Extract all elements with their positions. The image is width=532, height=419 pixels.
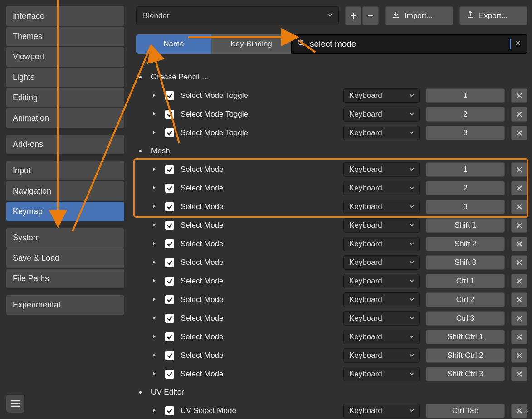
keymap-item-enabled-checkbox[interactable] [165, 406, 174, 415]
preset-add-button[interactable] [345, 6, 361, 25]
keymap-item-device-select[interactable]: Keyboard [343, 404, 420, 418]
sidebar-item-themes[interactable]: Themes [6, 27, 124, 46]
keymap-item-device-select[interactable]: Keyboard [343, 218, 420, 233]
disclosure-triangle-icon[interactable] [151, 202, 160, 211]
keymap-item-key-button[interactable]: Shift Ctrl 2 [426, 348, 505, 363]
disclosure-triangle-icon[interactable] [151, 221, 160, 230]
keymap-item-device-select[interactable]: Keyboard [343, 311, 420, 326]
disclosure-triangle-icon[interactable] [151, 258, 160, 267]
keymap-item-enabled-checkbox[interactable] [165, 165, 174, 174]
keymap-item-enabled-checkbox[interactable] [165, 295, 174, 304]
keymap-item-key-button[interactable]: 2 [426, 181, 505, 195]
sidebar-item-keymap[interactable]: Keymap [6, 202, 124, 221]
keymap-item-device-select[interactable]: Keyboard [343, 255, 420, 270]
keymap-search-field[interactable] [291, 34, 527, 54]
disclosure-triangle-icon[interactable] [151, 295, 160, 304]
sidebar-item-input[interactable]: Input [6, 161, 124, 180]
disclosure-triangle-icon[interactable] [151, 239, 160, 248]
disclosure-triangle-icon[interactable] [151, 314, 160, 323]
keymap-item-key-button[interactable]: 1 [426, 162, 505, 177]
keymap-item-device-select[interactable]: Keyboard [343, 181, 420, 195]
disclosure-triangle-icon[interactable] [151, 332, 160, 341]
keymap-item-enabled-checkbox[interactable] [165, 91, 174, 100]
keymap-item-key-button[interactable]: 1 [426, 88, 505, 103]
keymap-item-enabled-checkbox[interactable] [165, 110, 174, 119]
sidebar-item-system[interactable]: System [6, 228, 124, 248]
search-tab-keybinding[interactable]: Key-Binding [211, 34, 291, 54]
keymap-item-remove-button[interactable] [511, 218, 527, 233]
keymap-export-button[interactable]: Export... [459, 6, 527, 25]
keymap-item-key-button[interactable]: Ctrl 1 [426, 274, 505, 288]
keymap-item-remove-button[interactable] [511, 255, 527, 270]
sidebar-item-interface[interactable]: Interface [6, 6, 124, 26]
keymap-item-enabled-checkbox[interactable] [165, 202, 174, 211]
keymap-item-key-button[interactable]: Shift Ctrl 3 [426, 367, 505, 381]
keymap-group-header[interactable]: •UV Editor [136, 383, 527, 401]
keymap-search-input[interactable] [310, 39, 510, 49]
keymap-item-device-select[interactable]: Keyboard [343, 330, 420, 344]
keymap-item-key-button[interactable]: Shift 2 [426, 237, 505, 251]
keymap-item-device-select[interactable]: Keyboard [343, 107, 420, 122]
keymap-item-remove-button[interactable] [511, 367, 527, 381]
keymap-item-key-button[interactable]: Ctrl 2 [426, 292, 505, 307]
keymap-item-key-button[interactable]: 2 [426, 107, 505, 122]
keymap-item-enabled-checkbox[interactable] [165, 370, 174, 379]
keymap-item-device-select[interactable]: Keyboard [343, 348, 420, 363]
keymap-item-key-button[interactable]: 3 [426, 126, 505, 140]
keymap-item-enabled-checkbox[interactable] [165, 184, 174, 193]
keymap-item-remove-button[interactable] [511, 330, 527, 344]
disclosure-triangle-icon[interactable] [151, 351, 160, 360]
keymap-item-key-button[interactable]: Shift 3 [426, 255, 505, 270]
keymap-item-remove-button[interactable] [511, 200, 527, 214]
keymap-item-device-select[interactable]: Keyboard [343, 237, 420, 251]
clear-search-icon[interactable] [514, 39, 522, 49]
keymap-item-device-select[interactable]: Keyboard [343, 292, 420, 307]
keymap-item-key-button[interactable]: Shift Ctrl 1 [426, 330, 505, 344]
disclosure-triangle-icon[interactable] [151, 165, 160, 174]
keymap-item-remove-button[interactable] [511, 107, 527, 122]
preferences-menu-button[interactable] [6, 395, 24, 413]
sidebar-item-viewport[interactable]: Viewport [6, 47, 124, 67]
keymap-item-key-button[interactable]: Ctrl 3 [426, 311, 505, 326]
sidebar-item-experimental[interactable]: Experimental [6, 295, 124, 315]
sidebar-item-file-paths[interactable]: File Paths [6, 269, 124, 288]
keymap-item-remove-button[interactable] [511, 348, 527, 363]
keymap-item-enabled-checkbox[interactable] [165, 314, 174, 323]
sidebar-item-save-load[interactable]: Save & Load [6, 248, 124, 268]
keymap-preset-select[interactable]: Blender [136, 6, 339, 25]
sidebar-item-lights[interactable]: Lights [6, 68, 124, 87]
keymap-item-remove-button[interactable] [511, 274, 527, 288]
keymap-item-remove-button[interactable] [511, 181, 527, 195]
disclosure-triangle-icon[interactable] [151, 370, 160, 379]
keymap-item-enabled-checkbox[interactable] [165, 128, 174, 137]
keymap-item-device-select[interactable]: Keyboard [343, 367, 420, 381]
preset-remove-button[interactable] [362, 6, 379, 25]
keymap-item-enabled-checkbox[interactable] [165, 221, 174, 230]
keymap-item-device-select[interactable]: Keyboard [343, 126, 420, 140]
sidebar-item-animation[interactable]: Animation [6, 108, 124, 128]
keymap-item-enabled-checkbox[interactable] [165, 351, 174, 360]
keymap-item-key-button[interactable]: 3 [426, 200, 505, 214]
disclosure-triangle-icon[interactable] [151, 184, 160, 193]
keymap-item-remove-button[interactable] [511, 126, 527, 140]
keymap-item-key-button[interactable]: Ctrl Tab [426, 404, 505, 418]
keymap-item-key-button[interactable]: Shift 1 [426, 218, 505, 233]
keymap-item-remove-button[interactable] [511, 311, 527, 326]
keymap-item-remove-button[interactable] [511, 88, 527, 103]
resize-handle-icon[interactable] [522, 407, 529, 416]
keymap-item-enabled-checkbox[interactable] [165, 239, 174, 248]
keymap-item-device-select[interactable]: Keyboard [343, 274, 420, 288]
keymap-item-enabled-checkbox[interactable] [165, 258, 174, 267]
disclosure-triangle-icon[interactable] [151, 128, 160, 137]
keymap-item-remove-button[interactable] [511, 292, 527, 307]
disclosure-triangle-icon[interactable] [151, 406, 160, 415]
keymap-import-button[interactable]: Import... [385, 6, 453, 25]
keymap-group-header[interactable]: •Grease Pencil … [136, 68, 527, 86]
keymap-item-enabled-checkbox[interactable] [165, 277, 174, 286]
disclosure-triangle-icon[interactable] [151, 91, 160, 100]
sidebar-item-navigation[interactable]: Navigation [6, 181, 124, 201]
keymap-item-device-select[interactable]: Keyboard [343, 162, 420, 177]
keymap-item-remove-button[interactable] [511, 237, 527, 251]
sidebar-item-addons[interactable]: Add-ons [6, 135, 124, 154]
sidebar-item-editing[interactable]: Editing [6, 88, 124, 107]
